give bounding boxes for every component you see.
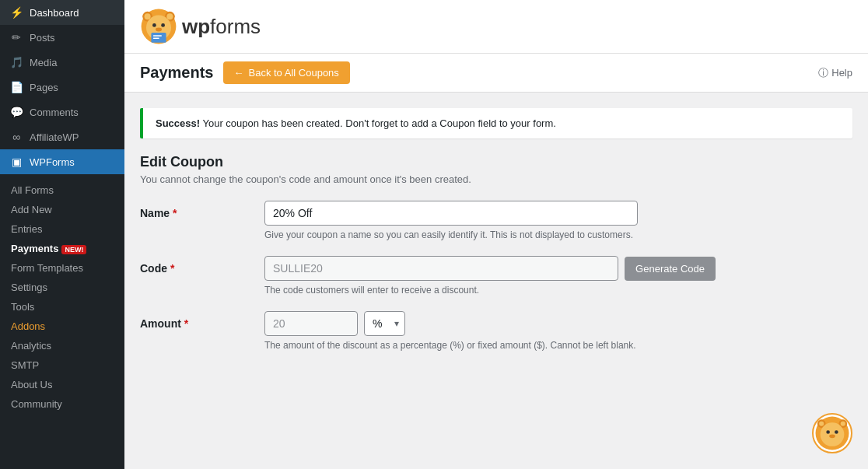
page-header: Payments ← Back to All Coupons ⓘ Help bbox=[124, 54, 868, 93]
svg-point-20 bbox=[829, 435, 835, 439]
arrow-left-icon: ← bbox=[234, 67, 244, 79]
edit-coupon-section: Edit Coupon You cannot change the coupon… bbox=[140, 154, 852, 351]
amount-label: Amount * bbox=[140, 311, 264, 330]
svg-point-8 bbox=[156, 28, 162, 32]
sidebar-item-label: AffiliateWP bbox=[30, 131, 79, 143]
amount-input-row: % $ bbox=[264, 311, 482, 336]
wpforms-logo: wpforms bbox=[140, 8, 261, 45]
svg-point-3 bbox=[145, 13, 151, 19]
amount-field: % $ The amount of the discount as a perc… bbox=[264, 311, 852, 351]
sidebar-item-smtp[interactable]: SMTP bbox=[0, 355, 124, 375]
svg-point-19 bbox=[835, 430, 838, 434]
amount-unit-select[interactable]: % $ bbox=[364, 311, 405, 336]
chat-bubble[interactable] bbox=[812, 413, 852, 453]
dashboard-icon: ⚡ bbox=[9, 6, 23, 19]
sidebar-item-wpforms[interactable]: ▣ WPForms bbox=[0, 149, 124, 174]
name-label: Name * bbox=[140, 201, 264, 219]
amount-input bbox=[264, 311, 358, 336]
edit-coupon-subtitle: You cannot change the coupon's code and … bbox=[140, 173, 852, 185]
logo-bar: wpforms bbox=[124, 0, 868, 54]
sidebar-item-label: Media bbox=[30, 57, 57, 68]
amount-hint: The amount of the discount as a percenta… bbox=[264, 340, 716, 351]
code-label: Code * bbox=[140, 256, 264, 275]
sidebar-item-entries[interactable]: Entries bbox=[0, 219, 124, 239]
edit-coupon-title: Edit Coupon bbox=[140, 154, 852, 170]
sidebar-main-nav: ⚡ Dashboard ✏ Posts 🎵 Media 📄 Pages 💬 Co… bbox=[0, 0, 124, 174]
sidebar-item-affiliatewp[interactable]: ∞ AffiliateWP bbox=[0, 124, 124, 149]
page-title: Payments bbox=[140, 64, 214, 82]
code-field-row: Code * Generate Code The code customers … bbox=[140, 256, 852, 296]
sidebar-item-settings[interactable]: Settings bbox=[0, 278, 124, 297]
amount-required: * bbox=[184, 317, 188, 330]
content-area: Success! Your coupon has been created. D… bbox=[124, 93, 868, 469]
page-header-left: Payments ← Back to All Coupons bbox=[140, 61, 350, 84]
sidebar-item-label: Pages bbox=[30, 82, 58, 93]
comments-icon: 💬 bbox=[9, 106, 23, 118]
svg-point-16 bbox=[841, 422, 845, 426]
code-hint: The code customers will enter to receive… bbox=[264, 285, 716, 296]
sidebar-item-label: WPForms bbox=[30, 156, 75, 168]
svg-rect-10 bbox=[153, 35, 162, 37]
sidebar-item-dashboard[interactable]: ⚡ Dashboard bbox=[0, 0, 124, 25]
sidebar-item-label: Posts bbox=[30, 32, 55, 44]
code-required: * bbox=[170, 262, 174, 275]
code-input-row: Generate Code bbox=[264, 256, 716, 281]
affiliatewp-icon: ∞ bbox=[9, 131, 23, 143]
name-field-row: Name * Give your coupon a name so you ca… bbox=[140, 201, 852, 240]
bear-logo-icon bbox=[140, 8, 177, 45]
sidebar-item-comments[interactable]: 💬 Comments bbox=[0, 100, 124, 124]
svg-point-15 bbox=[819, 422, 824, 426]
sidebar-item-media[interactable]: 🎵 Media bbox=[0, 50, 124, 75]
sidebar-item-addons[interactable]: Addons bbox=[0, 317, 124, 336]
svg-rect-11 bbox=[153, 37, 159, 39]
sidebar: ⚡ Dashboard ✏ Posts 🎵 Media 📄 Pages 💬 Co… bbox=[0, 0, 124, 469]
sidebar-item-all-forms[interactable]: All Forms bbox=[0, 180, 124, 200]
pages-icon: 📄 bbox=[9, 81, 23, 93]
posts-icon: ✏ bbox=[9, 31, 23, 44]
sidebar-item-pages[interactable]: 📄 Pages bbox=[0, 75, 124, 100]
amount-field-row: Amount * % $ The amount of the discoun bbox=[140, 311, 852, 351]
sidebar-item-community[interactable]: Community bbox=[0, 394, 124, 414]
sidebar-item-label: Dashboard bbox=[30, 7, 79, 19]
svg-point-7 bbox=[161, 23, 165, 27]
sidebar-item-payments[interactable]: PaymentsNEW! bbox=[0, 239, 124, 258]
name-field: Give your coupon a name so you can easil… bbox=[264, 201, 852, 240]
sidebar-item-analytics[interactable]: Analytics bbox=[0, 336, 124, 355]
main-content: wpforms Payments ← Back to All Coupons ⓘ… bbox=[124, 0, 868, 469]
name-hint: Give your coupon a name so you can easil… bbox=[264, 229, 716, 240]
wpforms-icon: ▣ bbox=[9, 156, 23, 168]
svg-point-6 bbox=[152, 23, 156, 27]
new-badge: NEW! bbox=[61, 245, 86, 254]
chat-bear-icon bbox=[814, 415, 850, 451]
success-banner: Success! Your coupon has been created. D… bbox=[140, 108, 852, 138]
sidebar-item-tools[interactable]: Tools bbox=[0, 297, 124, 317]
back-to-coupons-button[interactable]: ← Back to All Coupons bbox=[223, 61, 350, 84]
media-icon: 🎵 bbox=[9, 56, 23, 68]
svg-point-18 bbox=[826, 430, 830, 434]
sidebar-item-about-us[interactable]: About Us bbox=[0, 375, 124, 394]
code-input bbox=[264, 256, 618, 281]
logo-text: wpforms bbox=[182, 15, 261, 39]
sidebar-item-form-templates[interactable]: Form Templates bbox=[0, 258, 124, 278]
help-icon: ⓘ bbox=[818, 66, 828, 80]
generate-code-button[interactable]: Generate Code bbox=[625, 257, 716, 281]
sidebar-sub-nav: All Forms Add New Entries PaymentsNEW! F… bbox=[0, 174, 124, 420]
sidebar-item-posts[interactable]: ✏ Posts bbox=[0, 25, 124, 50]
name-input[interactable] bbox=[264, 201, 638, 226]
amount-unit-wrapper: % $ bbox=[364, 311, 405, 336]
svg-point-4 bbox=[166, 13, 173, 19]
name-required: * bbox=[173, 207, 177, 219]
help-link[interactable]: ⓘ Help bbox=[818, 66, 852, 80]
code-field: Generate Code The code customers will en… bbox=[264, 256, 852, 296]
sidebar-item-label: Comments bbox=[30, 107, 79, 118]
svg-point-17 bbox=[821, 422, 845, 446]
sidebar-item-add-new[interactable]: Add New bbox=[0, 200, 124, 219]
